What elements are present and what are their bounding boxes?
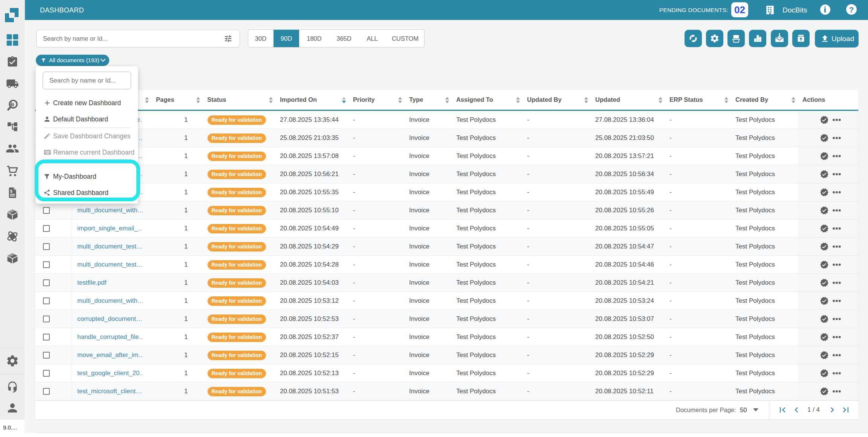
- svg-text:$: $: [10, 189, 12, 193]
